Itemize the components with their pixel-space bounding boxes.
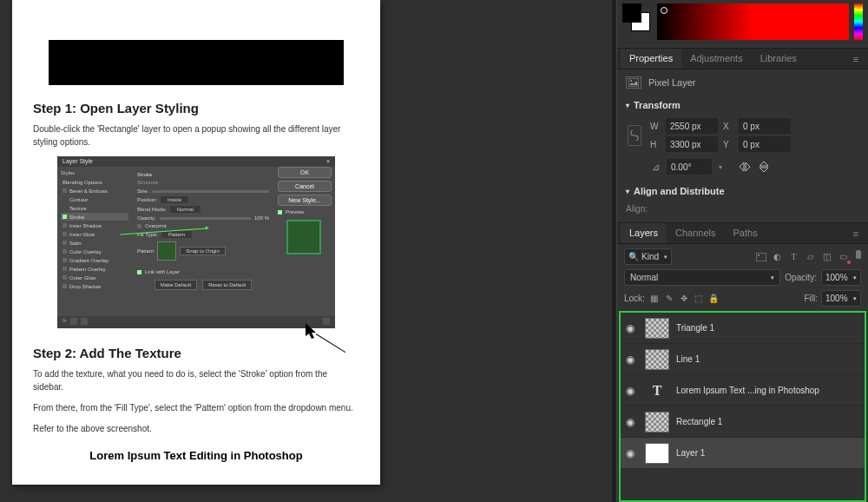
- filter-type-icon[interactable]: T: [787, 250, 800, 263]
- layer-thumbnail[interactable]: [645, 349, 669, 370]
- lock-all-icon[interactable]: 🔒: [707, 293, 720, 305]
- rotate-icon: ⊿: [652, 162, 660, 173]
- layer-name[interactable]: Layer 1: [676, 448, 705, 458]
- foreground-color[interactable]: [622, 3, 641, 23]
- layer-row[interactable]: ◉ Line 1: [621, 344, 865, 375]
- x-input[interactable]: [739, 118, 791, 134]
- svg-rect-2: [756, 253, 766, 261]
- visibility-icon[interactable]: ◉: [626, 322, 638, 334]
- close-icon: ×: [326, 158, 330, 165]
- step1-text: Double-click the 'Rectangle' layer to op…: [33, 122, 359, 149]
- opacity-label: Opacity:: [785, 273, 817, 282]
- svg-point-1: [630, 80, 632, 82]
- step1-heading: Step 1: Open Layer Styling: [33, 101, 359, 116]
- step2-text1: To add the texture, what you need to do …: [33, 367, 359, 393]
- height-input[interactable]: [666, 136, 718, 152]
- layer-type-label: Pixel Layer: [648, 77, 695, 88]
- dialog-ok: OK: [278, 167, 332, 178]
- chevron-down-icon[interactable]: ▾: [719, 163, 722, 171]
- dialog-blending-options: Blending Options: [61, 178, 128, 186]
- filter-kind-select[interactable]: 🔍Kind▾: [624, 248, 672, 265]
- lock-position-icon[interactable]: ✥: [678, 293, 690, 305]
- layer-style-dialog-screenshot: Layer Style× Styles Blending Options Bev…: [57, 156, 335, 328]
- filter-artboard-icon[interactable]: ▭: [837, 250, 850, 263]
- lock-pixels-icon[interactable]: ✎: [663, 293, 675, 305]
- tab-libraries[interactable]: Libraries: [752, 49, 806, 69]
- color-picker[interactable]: [657, 3, 849, 40]
- layer-thumbnail[interactable]: [645, 318, 669, 339]
- svg-point-3: [758, 254, 760, 256]
- layer-thumbnail[interactable]: [645, 443, 669, 464]
- visibility-icon[interactable]: ◉: [626, 447, 638, 459]
- lock-artboard-icon[interactable]: ⬚: [693, 293, 705, 305]
- layer-thumbnail[interactable]: T: [645, 380, 669, 401]
- layer-thumbnail[interactable]: [645, 412, 669, 433]
- link-wh-icon[interactable]: [628, 125, 641, 146]
- opacity-input[interactable]: 100%▾: [821, 269, 861, 286]
- step2-text2: From there, from the 'Fill Type', select…: [33, 401, 359, 414]
- pixel-layer-icon: [626, 76, 641, 89]
- step2-text3: Refer to the above screenshot.: [33, 422, 359, 435]
- black-rectangle: [49, 40, 344, 85]
- svg-rect-0: [628, 78, 639, 87]
- visibility-icon[interactable]: ◉: [626, 416, 638, 428]
- fill-label: Fill:: [804, 294, 818, 303]
- canvas-area[interactable]: Step 1: Open Layer Styling Double-click …: [0, 0, 616, 502]
- layers-list: ◉ Triangle 1 ◉ Line 1 ◉ T Lorem Ipsum Te…: [619, 311, 866, 502]
- layer-row[interactable]: ◉ Layer 1: [621, 438, 865, 469]
- filter-smart-icon[interactable]: ◫: [820, 250, 833, 263]
- blend-mode-select[interactable]: Normal▾: [624, 269, 780, 286]
- layer-row[interactable]: ◉ T Lorem Ipsum Text ...ing in Photoshop: [621, 375, 865, 406]
- lock-transparency-icon[interactable]: ▦: [648, 293, 661, 305]
- pattern-preview: [286, 220, 321, 254]
- transform-section-header[interactable]: ▾ Transform: [617, 96, 868, 116]
- filter-pixel-icon[interactable]: [754, 250, 767, 263]
- width-label: W: [650, 122, 662, 131]
- dialog-cancel: Cancel: [278, 181, 332, 192]
- tab-layers[interactable]: Layers: [621, 223, 667, 243]
- fg-bg-swatches[interactable]: [622, 3, 652, 44]
- panel-divider[interactable]: [612, 0, 617, 502]
- lock-label: Lock:: [624, 294, 645, 303]
- rotate-input[interactable]: [667, 159, 712, 175]
- align-sublabel: Align:: [617, 202, 868, 222]
- fx-label: fx: [62, 318, 67, 327]
- width-input[interactable]: [666, 118, 718, 134]
- visibility-icon[interactable]: ◉: [626, 385, 638, 397]
- panel-menu-icon[interactable]: ≡: [847, 49, 865, 69]
- step2-heading: Step 2: Add The Texture: [33, 346, 359, 360]
- hue-slider[interactable]: [854, 3, 863, 40]
- layer-name[interactable]: Triangle 1: [676, 323, 714, 333]
- document-page: Step 1: Open Layer Styling Double-click …: [12, 0, 380, 485]
- align-section-header[interactable]: ▾ Align and Distribute: [617, 182, 868, 202]
- filter-toggle[interactable]: [856, 250, 861, 259]
- color-cursor: [661, 7, 667, 14]
- dialog-newstyle: New Style...: [278, 195, 332, 206]
- layer-row[interactable]: ◉ Triangle 1: [621, 313, 865, 344]
- chevron-down-icon: ▾: [626, 102, 629, 109]
- filter-adjust-icon[interactable]: ◐: [771, 250, 784, 263]
- height-label: H: [650, 140, 662, 149]
- flip-vertical-icon[interactable]: [757, 160, 771, 174]
- tab-adjustments[interactable]: Adjustments: [681, 49, 752, 69]
- tab-channels[interactable]: Channels: [667, 223, 724, 243]
- layer-row[interactable]: ◉ Rectangle 1: [621, 406, 865, 438]
- layer-name[interactable]: Rectangle 1: [676, 417, 722, 426]
- y-label: Y: [723, 140, 735, 149]
- dialog-sidebar-header: Styles: [61, 170, 128, 175]
- dialog-title: Layer Style: [62, 158, 93, 165]
- layer-name[interactable]: Lorem Ipsum Text ...ing in Photoshop: [676, 386, 819, 395]
- layer-name[interactable]: Line 1: [676, 354, 700, 364]
- panel-menu-icon[interactable]: ≡: [847, 223, 865, 243]
- x-label: X: [723, 122, 735, 131]
- y-input[interactable]: [739, 136, 791, 152]
- flip-horizontal-icon[interactable]: [738, 160, 752, 174]
- color-panel: [617, 0, 868, 49]
- tab-paths[interactable]: Paths: [725, 223, 766, 243]
- chevron-down-icon: ▾: [626, 188, 629, 195]
- search-icon: 🔍: [628, 252, 639, 261]
- visibility-icon[interactable]: ◉: [626, 353, 638, 366]
- fill-input[interactable]: 100%▾: [821, 290, 861, 307]
- tab-properties[interactable]: Properties: [621, 49, 681, 69]
- filter-shape-icon[interactable]: ▱: [804, 250, 817, 263]
